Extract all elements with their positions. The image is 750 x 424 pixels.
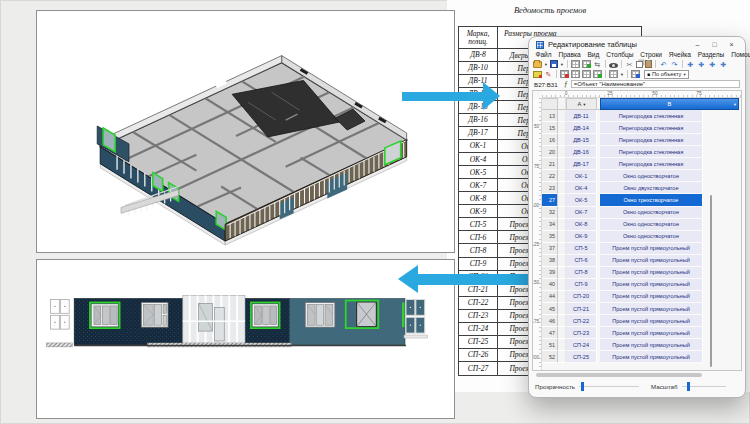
menu-item[interactable]: Помощь [728,51,750,58]
cell-b[interactable]: Перегородка стеклянная [600,110,703,122]
elevation-panel[interactable] [36,259,455,419]
cell-a[interactable]: ОК-5 [566,194,597,206]
cell-a[interactable]: ДВ-15 [566,134,597,146]
formula-input[interactable]: =Объект "Наименование" [571,80,740,88]
filter-caret-icon[interactable]: ▾ [734,102,736,107]
vertical-scrollbar[interactable] [710,195,712,367]
minimize-button[interactable]: – [691,41,704,48]
row-number[interactable]: 47 [542,327,558,339]
row-number[interactable]: 20 [542,146,558,158]
row-number[interactable]: 44 [542,291,558,303]
fill-color-icon[interactable] [533,71,542,78]
cell-a[interactable]: СП-8 [566,267,597,279]
cell-a[interactable]: ОК-8 [566,219,597,231]
edit-cell-icon[interactable] [593,70,602,78]
cell-a[interactable]: ОК-7 [566,207,597,219]
copy-icon[interactable] [636,61,643,68]
by-object-combo[interactable]: ■По объекту▾ [644,70,689,79]
cell-b[interactable]: Окно одностворчатое [600,231,703,243]
cell-a[interactable]: СП-25 [566,351,597,363]
menu-item[interactable]: Разделы [694,51,727,58]
row-number[interactable]: 34 [542,219,558,231]
viewport-3d-panel[interactable] [36,10,455,253]
cell-a[interactable]: ОК-9 [566,231,597,243]
cell-b[interactable]: Окно одностворчатое [600,219,703,231]
cell-a[interactable]: ДВ-14 [566,122,597,134]
cut-icon[interactable]: ✂ [625,61,634,68]
row-number[interactable]: 16 [542,134,558,146]
cell-a[interactable]: СП-22 [566,315,597,327]
link-icon[interactable]: ⇆ [593,61,602,68]
by-object-grid-icon[interactable] [631,70,640,78]
column-header-a[interactable]: A▾ [566,98,597,110]
redo-icon[interactable]: ↷ [670,61,679,68]
visibility-eye-icon[interactable] [609,63,618,68]
row-number[interactable]: 32 [542,207,558,219]
column-header-b[interactable]: B▾ [600,98,739,110]
merge-cells-icon[interactable] [571,70,580,78]
open-caret-icon[interactable]: ▾ [544,62,548,67]
insert-col-right-icon[interactable]: ✚ [719,61,728,68]
cell-a[interactable]: СП-20 [566,291,597,303]
cell-a[interactable]: СП-6 [566,255,597,267]
cell-a[interactable]: ОК-4 [566,182,597,194]
cell-b[interactable]: Перегородка стеклянная [600,122,703,134]
cell-b[interactable]: Проем пустой прямоугольный [600,315,703,327]
cell-b[interactable]: Окно одностворчатое [600,207,703,219]
row-number[interactable]: 21 [542,158,558,170]
insert-row-below-icon[interactable]: ✚ [697,61,706,68]
row-number[interactable]: 40 [542,279,558,291]
cell-b[interactable]: Проем пустой прямоугольный [600,243,703,255]
cell-b[interactable]: Окно одностворчатое [600,170,703,182]
cell-a[interactable]: ДВ-11 [566,110,597,122]
table-editor-dialog[interactable]: Редактирование таблицы – □ × ФайлПравкаВ… [528,36,746,398]
transparency-slider[interactable] [579,386,639,387]
cell-b[interactable]: Проем пустой прямоугольный [600,327,703,339]
borders-icon[interactable] [609,70,618,78]
menu-item[interactable]: Строки [637,51,665,58]
delete-cells-icon[interactable] [560,70,569,78]
filter-caret-icon[interactable]: ▾ [583,102,585,107]
cell-b[interactable]: Проем пустой прямоугольный [600,351,703,363]
cell-b[interactable]: Проем пустой прямоугольный [600,255,703,267]
table-import-icon[interactable] [571,60,580,68]
cell-b[interactable]: Перегородка стеклянная [600,146,703,158]
menu-item[interactable]: Вид [584,51,603,58]
save-caret-icon[interactable]: ▾ [560,62,564,67]
cell-a[interactable]: ОК-1 [566,170,597,182]
row-number[interactable]: 51 [542,339,558,351]
dialog-titlebar[interactable]: Редактирование таблицы – □ × [529,37,745,50]
menu-item[interactable]: Правка [555,51,584,58]
row-number[interactable]: 13 [542,110,558,122]
horizontal-scrollbar-thumb[interactable] [536,373,702,377]
cell-a[interactable]: СП-24 [566,339,597,351]
maximize-button[interactable]: □ [708,41,721,48]
menu-item[interactable]: Файл [532,51,555,58]
row-number[interactable]: 15 [542,122,558,134]
row-number[interactable]: 46 [542,315,558,327]
cell-b[interactable]: Окно трехстворчатое [600,194,703,206]
table-export-icon[interactable] [582,60,591,68]
row-number[interactable]: 35 [542,231,558,243]
row-number[interactable]: 23 [542,182,558,194]
insert-row-above-icon[interactable]: ✚ [686,61,695,68]
cell-b[interactable]: Перегородка стеклянная [600,134,703,146]
row-number[interactable]: 39 [542,267,558,279]
row-number[interactable]: 37 [542,243,558,255]
split-cells-icon[interactable] [582,70,591,78]
row-number[interactable]: 27 [542,194,558,206]
cell-a[interactable]: СП-21 [566,303,597,315]
cell-b[interactable]: Проем пустой прямоугольный [600,303,703,315]
row-number[interactable]: 52 [542,351,558,363]
borders-caret-icon[interactable]: ▾ [620,72,624,77]
format-brush-icon[interactable]: ✎ [544,71,553,78]
cell-b[interactable]: Проем пустой прямоугольный [600,279,703,291]
row-number[interactable]: 38 [542,255,558,267]
cell-a[interactable]: ДВ-16 [566,146,597,158]
cell-b[interactable]: Проем пустой прямоугольный [600,339,703,351]
row-number[interactable]: 22 [542,170,558,182]
row-number[interactable]: 45 [542,303,558,315]
scale-slider[interactable] [682,386,726,387]
cell-b[interactable]: Перегородка стеклянная [600,158,703,170]
cell-b[interactable]: Окно двухстворчатое [600,182,703,194]
